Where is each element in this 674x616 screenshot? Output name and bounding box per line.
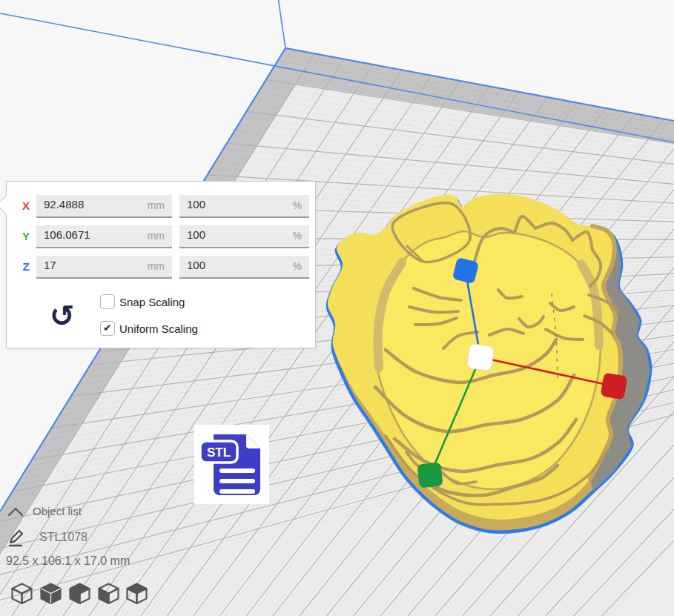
x-size-input[interactable] — [44, 198, 133, 211]
z-size-unit: mm — [148, 260, 165, 272]
view-left-icon[interactable] — [96, 581, 121, 606]
x-percent-input[interactable] — [187, 198, 276, 211]
object-list-title: Object list — [33, 505, 82, 517]
axis-z-label: Z — [19, 260, 33, 273]
snap-scaling-label: Snap Scaling — [119, 296, 185, 308]
view-top-icon[interactable] — [67, 581, 92, 606]
pencil-icon — [7, 529, 25, 547]
z-percent-unit: % — [293, 260, 302, 272]
z-percent-input[interactable] — [187, 259, 276, 271]
object-name: STL1078 — [39, 531, 87, 544]
axis-x-label: X — [19, 199, 33, 212]
scale-handle-y[interactable] — [417, 462, 443, 488]
scale-handle-x[interactable] — [600, 372, 627, 400]
x-size-field[interactable]: mm — [36, 195, 172, 218]
z-size-field[interactable]: mm — [36, 256, 172, 279]
stl-file-icon[interactable]: STL — [194, 425, 269, 504]
scale-handle-center[interactable] — [466, 343, 494, 371]
y-percent-unit: % — [293, 230, 302, 242]
view-3d-icon[interactable] — [10, 581, 34, 606]
document-fold — [246, 434, 260, 448]
view-right-icon[interactable] — [125, 581, 149, 606]
z-percent-field[interactable]: % — [179, 256, 309, 279]
model-dimensions-label: 92.5 x 106.1 x 17.0 mm — [6, 554, 130, 568]
y-percent-input[interactable] — [187, 228, 276, 241]
x-size-unit: mm — [148, 199, 165, 211]
doc-line — [219, 479, 255, 483]
chevron-up-icon — [7, 507, 24, 517]
uniform-scaling-label: Uniform Scaling — [119, 322, 198, 335]
uniform-scaling-checkbox[interactable] — [100, 321, 115, 336]
y-size-input[interactable] — [44, 228, 133, 241]
axis-y-label: Y — [19, 230, 33, 242]
snap-scaling-checkbox[interactable] — [100, 294, 115, 309]
y-percent-field[interactable]: % — [179, 225, 309, 248]
doc-line — [219, 468, 255, 473]
x-percent-unit: % — [293, 199, 302, 211]
stl-badge-text: STL — [207, 446, 231, 460]
y-size-unit: mm — [148, 230, 165, 242]
y-size-field[interactable]: mm — [36, 225, 172, 248]
view-front-icon[interactable] — [39, 581, 63, 606]
viewport-3d[interactable]: X mm % Y mm % Z mm — [0, 0, 674, 616]
doc-line — [219, 489, 255, 494]
scale-tool-panel: X mm % Y mm % Z mm — [6, 181, 316, 348]
view-orientation-toolbar — [10, 581, 180, 608]
stl-file-glyph: STL — [194, 425, 269, 504]
reset-scale-button[interactable] — [48, 302, 81, 337]
x-percent-field[interactable]: % — [179, 195, 309, 218]
z-size-input[interactable] — [44, 259, 133, 271]
